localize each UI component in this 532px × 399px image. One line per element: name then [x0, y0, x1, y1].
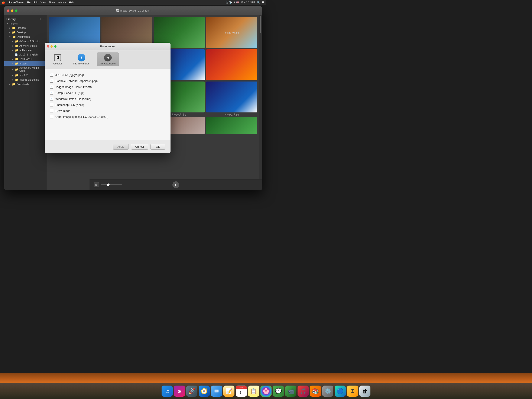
dialog-content: JPEG File (*.jpg;*.jpeg) Portable Networ…: [45, 68, 171, 140]
checkbox-item-gif: CompuServe GIF (*.gif): [50, 90, 165, 96]
preferences-dialog: Preferences 🖥 General i File Information…: [45, 43, 171, 153]
dialog-spacer: [50, 120, 165, 137]
checkbox-raw[interactable]: [50, 109, 53, 112]
dialog-maximize-button[interactable]: [54, 45, 57, 48]
checkbox-label-jpeg: JPEG File (*.jpg;*.jpeg): [55, 73, 84, 77]
checkbox-item-other: Other Image Types(JPEG 2000,TGA,etc...): [50, 114, 165, 120]
dialog-toolbar: 🖥 General i File Information ➜ File Asso…: [45, 50, 171, 68]
checkbox-label-bmp: Windows Bitmap File (*.bmp): [55, 97, 91, 100]
tab-file-association[interactable]: ➜ File Association: [97, 52, 119, 66]
dialog-buttons: Apply Cancel OK: [45, 140, 171, 153]
info-icon: i: [78, 54, 85, 61]
arrow-circle-icon: ➜: [104, 54, 112, 61]
checkbox-label-other: Other Image Types(JPEG 2000,TGA,etc...): [55, 115, 108, 118]
checkbox-gif[interactable]: [50, 91, 53, 95]
checkbox-item-bmp: Windows Bitmap File (*.bmp): [50, 96, 165, 102]
checkbox-psd[interactable]: [50, 103, 53, 106]
checkbox-label-tif: Tagged Image Files (*.tif;*.tiff): [55, 85, 92, 89]
checkbox-tif[interactable]: [50, 85, 53, 89]
checkbox-bmp[interactable]: [50, 97, 53, 100]
checkbox-item-jpeg: JPEG File (*.jpg;*.jpeg): [50, 72, 165, 78]
dialog-title: Preferences: [100, 45, 115, 48]
dialog-minimize-button[interactable]: [51, 45, 53, 48]
tab-general[interactable]: 🖥 General: [49, 52, 66, 66]
checkbox-label-raw: RAW Image: [55, 109, 70, 112]
cancel-button[interactable]: Cancel: [131, 144, 148, 150]
checkbox-other[interactable]: [50, 115, 53, 118]
ok-button[interactable]: OK: [151, 144, 165, 150]
checkbox-label-psd: Photoshop PSD (*.psd): [55, 103, 84, 106]
dialog-titlebar: Preferences: [45, 43, 171, 50]
checkbox-label-png: Portable Network Graphics (*.png): [55, 79, 98, 83]
tab-file-association-label: File Association: [100, 62, 116, 65]
dialog-overlay: Preferences 🖥 General i File Information…: [0, 0, 266, 199]
dialog-close-button[interactable]: [47, 45, 49, 48]
monitor-icon: 🖥: [54, 54, 61, 61]
apply-button[interactable]: Apply: [113, 144, 129, 150]
tab-file-information[interactable]: i File Information: [70, 52, 93, 66]
checkbox-jpeg[interactable]: [50, 73, 53, 77]
checkbox-item-raw: RAW Image: [50, 108, 165, 114]
checkbox-item-png: Portable Network Graphics (*.png): [50, 78, 165, 84]
info-circle-icon: i: [78, 54, 85, 61]
checkbox-png[interactable]: [50, 79, 53, 83]
dialog-traffic-lights: [47, 45, 57, 48]
general-icon: 🖥: [54, 54, 61, 61]
tab-general-label: General: [53, 62, 62, 65]
checkbox-item-psd: Photoshop PSD (*.psd): [50, 102, 165, 108]
association-icon: ➜: [104, 54, 112, 61]
checkbox-item-tif: Tagged Image Files (*.tif;*.tiff): [50, 84, 165, 90]
tab-file-information-label: File Information: [73, 62, 89, 65]
checkbox-label-gif: CompuServe GIF (*.gif): [55, 91, 84, 95]
